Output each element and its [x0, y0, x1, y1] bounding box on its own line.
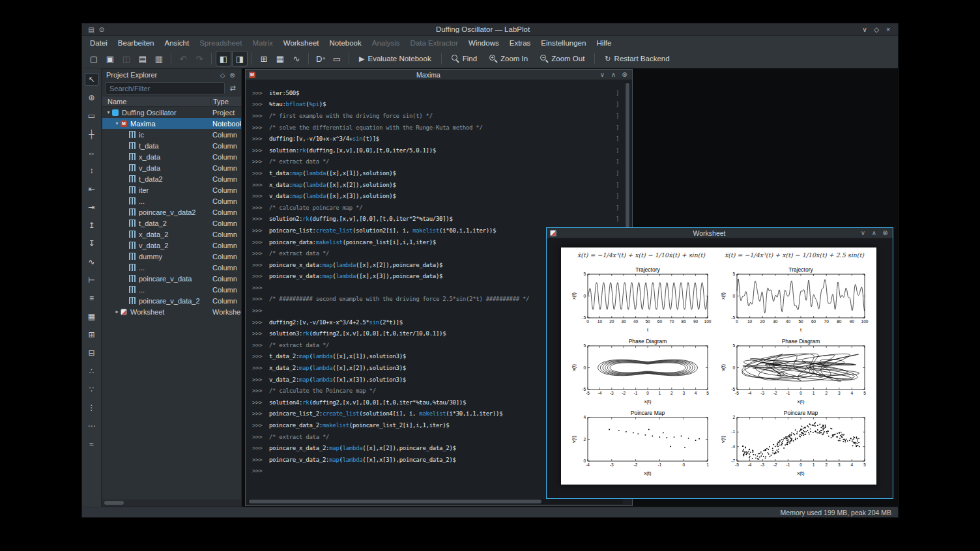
tree-row-dummy[interactable]: dummyColumn	[102, 251, 241, 262]
menu-notebook[interactable]: Notebook	[324, 38, 367, 48]
axis-button[interactable]: ⊢	[85, 274, 99, 287]
print-preview-button[interactable]: ▥	[151, 51, 167, 66]
restart-backend-button[interactable]: ↻Restart Backend	[599, 51, 675, 66]
new-matrix-button[interactable]: ▦	[272, 51, 288, 66]
shift-down-y-button[interactable]: ↧	[85, 237, 99, 250]
select-region-button[interactable]: ▭	[85, 109, 99, 122]
console-line[interactable]: >>>solution2:rk(duffing,[x,v],[0,0],[t,0…	[246, 214, 632, 225]
menu-worksheet[interactable]: Worksheet	[278, 38, 324, 48]
backend-selector-button[interactable]: D▾	[313, 51, 328, 66]
print-button[interactable]: ▤	[135, 51, 151, 66]
project-explorer-hscrollbar[interactable]	[102, 500, 241, 506]
trajectory-plot-1[interactable]: Trajectory0102030405060708090100-505tx(t…	[570, 264, 712, 333]
console-line[interactable]: >>>t_data:map(lambda([x],x[1]),solution)…	[246, 167, 632, 179]
pin-icon[interactable]: ⊙	[96, 26, 107, 33]
menu-datei[interactable]: Datei	[85, 38, 113, 48]
console-line[interactable]: >>>x_data:map(lambda([x],x[2]),solution)…	[246, 179, 632, 191]
zoom-in-button[interactable]: +Zoom In	[483, 51, 534, 66]
maxima-window-titlebar[interactable]: M Maxima ∨ ∧ ⊗	[246, 70, 632, 80]
crosshair-button[interactable]: ┼	[85, 128, 99, 141]
search-input[interactable]: Search/Filter	[105, 82, 225, 94]
console-line[interactable]: >>>%tau:bfloat(%pi)$]	[246, 99, 632, 111]
tree-row-v-data-2[interactable]: v_data_2Column	[102, 240, 241, 251]
toggle-project-explorer-button[interactable]: ◧	[216, 51, 231, 66]
tree-row-x-data-2[interactable]: x_data_2Column	[102, 229, 241, 240]
formula-label-left[interactable]: ẍ(t) = −1/4x³(t) + x(t) − 1/10ẋ(t) + sin…	[568, 250, 715, 259]
minimize-button[interactable]: ∨	[859, 25, 871, 33]
menu-windows[interactable]: Windows	[463, 38, 504, 48]
filter-options-button[interactable]: ⇄	[227, 83, 238, 94]
tree-row-v-data[interactable]: v_dataColumn	[102, 162, 241, 173]
shade-window-button[interactable]: ∨	[859, 229, 867, 236]
new-spreadsheet-button[interactable]: ⊞	[256, 51, 272, 66]
tree-row-item[interactable]: ...Column	[102, 284, 241, 295]
formula-label-right[interactable]: ẍ(t) = −1/4x³(t) + x(t) − 1/10ẋ(t) + 2.5…	[717, 250, 871, 259]
expander-open-icon[interactable]: ▾	[113, 120, 121, 126]
zoom-out-button[interactable]: −Zoom Out	[534, 51, 590, 66]
tree-row-t-data-2[interactable]: t_data_2Column	[102, 218, 241, 229]
console-line[interactable]: >>>duffing:[v,-v/10+x-x^3/4+sin(t)]$]	[246, 133, 632, 145]
expander-closed-icon[interactable]: ▸	[113, 309, 121, 315]
console-line[interactable]: >>>/* extract data */]	[246, 156, 632, 168]
poincare-map-plot-2[interactable]: Poincare Map-5-4-3-2-10123452-1-4-7x(t)v…	[719, 408, 869, 477]
grid-button[interactable]: ▦	[85, 310, 99, 323]
detach-panel-button[interactable]: ◇	[218, 72, 227, 79]
poincare-map-plot-1[interactable]: Poincare Map-4-3-2-101024x(t)v(t)	[570, 408, 712, 477]
tree-row-ic[interactable]: icColumn	[102, 129, 241, 140]
tree-row-poincare-v-data2[interactable]: poincare_v_data2Column	[102, 206, 241, 218]
shift-left-x-button[interactable]: ⇤	[85, 182, 99, 195]
close-button[interactable]: ×	[882, 25, 894, 33]
legend-button[interactable]: ≡	[85, 292, 99, 305]
hscrollbar-thumb[interactable]	[104, 501, 124, 505]
hscrollbar-thumb[interactable]	[249, 500, 541, 503]
close-panel-button[interactable]: ⊗	[227, 72, 237, 79]
column-header-type[interactable]: Type	[210, 98, 241, 106]
close-window-button[interactable]: ⊗	[620, 71, 629, 78]
new-notebook-button[interactable]: ▭	[329, 51, 345, 66]
spreadsheet-view-button[interactable]: ⊞	[85, 328, 99, 341]
tree-row-poincare-v-data-2[interactable]: poincare_v_data_2Column	[102, 295, 241, 306]
console-line[interactable]: >>>iter:500$]	[246, 87, 632, 99]
console-hscrollbar[interactable]	[248, 499, 623, 504]
tree-row-item[interactable]: ...Column	[102, 195, 241, 206]
tree-row-worksheet[interactable]: ▸WorksheetWorksheet	[102, 306, 241, 317]
tree-row-x-data[interactable]: x_dataColumn	[102, 151, 241, 162]
console-line[interactable]: >>>v_data:map(lambda([x],x[3]),solution)…	[246, 190, 632, 202]
menu-ansicht[interactable]: Ansicht	[159, 38, 194, 48]
menu-hilfe[interactable]: Hilfe	[591, 38, 616, 48]
open-project-button[interactable]: ▣	[102, 51, 118, 66]
scatter-button[interactable]: ∵	[85, 383, 99, 396]
find-button[interactable]: Find	[446, 51, 483, 66]
trajectory-plot-2[interactable]: Trajectory0102030405060708090100-505tx(t…	[719, 264, 869, 333]
console-line[interactable]: >>>/* solve the differential equation wi…	[246, 122, 632, 134]
menu-extras[interactable]: Extras	[504, 38, 536, 48]
zoom-x-button[interactable]: ↔	[85, 146, 99, 159]
tree-row-iter[interactable]: iterColumn	[102, 184, 241, 195]
new-worksheet-button[interactable]: ∿	[289, 51, 304, 66]
shift-right-x-button[interactable]: ⇥	[85, 201, 99, 214]
tree-row-t-data[interactable]: t_dataColumn	[102, 140, 241, 151]
more-vertical-button[interactable]: ⋮	[85, 401, 99, 414]
tree-row-poincare-v-data[interactable]: poincare_v_dataColumn	[102, 273, 241, 284]
tree-row-t-data2[interactable]: t_data2Column	[102, 173, 241, 184]
more-horizontal-button[interactable]: ⋯	[85, 419, 99, 432]
expander-open-icon[interactable]: ▾	[105, 109, 112, 115]
zoom-select-button[interactable]: ⊕	[85, 91, 99, 104]
maximize-button[interactable]: ◇	[871, 25, 882, 33]
matrix-view-button[interactable]: ⊟	[85, 346, 99, 360]
worksheet-window-titlebar[interactable]: Worksheet ∨ ∧ ⊗	[547, 228, 893, 238]
maximize-window-button[interactable]: ∧	[609, 71, 618, 78]
evaluate-notebook-button[interactable]: ▶Evaluate Notebook	[353, 51, 437, 66]
toggle-properties-explorer-button[interactable]: ◨	[232, 51, 248, 66]
console-line[interactable]: >>>solution:rk(duffing,[x,v],[0,0],[t,0,…	[246, 145, 632, 156]
column-header-name[interactable]: Name	[102, 98, 210, 106]
points-button[interactable]: ∴	[85, 365, 99, 378]
tree-row-item[interactable]: ...Column	[102, 262, 241, 273]
app-menu-icon[interactable]: ▤	[86, 26, 96, 33]
tree-row-maxima[interactable]: ▾MMaximaNotebook	[102, 118, 241, 129]
close-window-button[interactable]: ⊗	[881, 229, 889, 236]
zoom-y-button[interactable]: ↕	[85, 164, 99, 177]
console-line[interactable]: >>>/* calculate poincare map */]	[246, 202, 632, 214]
shift-up-y-button[interactable]: ↥	[85, 219, 99, 232]
console-line[interactable]: >>>/* first example with the driving for…	[246, 110, 632, 122]
